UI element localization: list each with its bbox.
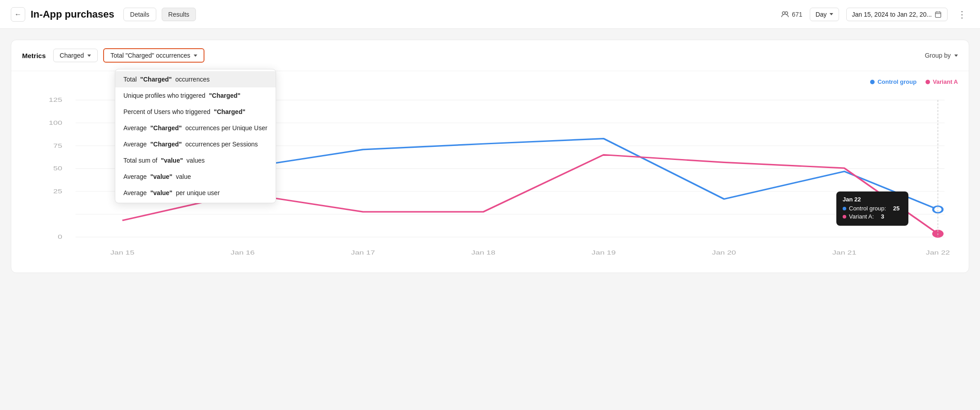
svg-text:Jan 15: Jan 15 xyxy=(110,250,134,256)
charged-label: Charged xyxy=(60,52,84,59)
svg-point-0 xyxy=(782,12,785,14)
back-button[interactable]: ← xyxy=(11,7,25,22)
metric-selected-label: Total "Charged" occurrences xyxy=(110,52,190,59)
metrics-header: Metrics Charged Total "Charged" occurren… xyxy=(11,40,969,71)
dropdown-item-1[interactable]: Unique profiles who triggered "Charged" xyxy=(115,87,276,104)
group-by-control[interactable]: Group by xyxy=(925,52,958,59)
metric-selected-button[interactable]: Total "Charged" occurrences xyxy=(103,48,204,63)
main-content: Metrics Charged Total "Charged" occurren… xyxy=(0,29,980,284)
dropdown-item-0-label: Total "Charged" occurrences xyxy=(123,76,209,83)
details-button[interactable]: Details xyxy=(123,8,156,21)
metric-caret-icon xyxy=(194,55,197,57)
dropdown-item-4[interactable]: Average "Charged" occurrences per Sessio… xyxy=(115,136,276,152)
top-bar-right: 671 Day Jan 15, 2024 to Jan 22, 20... ⋮ xyxy=(781,7,969,22)
svg-text:25: 25 xyxy=(53,188,62,195)
dropdown-item-1-label: Unique profiles who triggered "Charged" xyxy=(123,92,240,99)
svg-text:Jan 17: Jan 17 xyxy=(351,250,375,256)
charged-button[interactable]: Charged xyxy=(53,49,98,62)
dropdown-item-6-label: Average "value" value xyxy=(123,173,191,180)
top-bar: ← In-App purchases Details Results 671 D… xyxy=(0,0,980,29)
more-icon: ⋮ xyxy=(957,9,966,20)
group-by-label: Group by xyxy=(925,52,951,59)
legend-control-group: Control group xyxy=(870,78,916,85)
svg-text:75: 75 xyxy=(53,142,62,149)
legend-variant-a: Variant A xyxy=(926,78,958,85)
chart-card: Metrics Charged Total "Charged" occurren… xyxy=(11,40,969,273)
dropdown-item-2[interactable]: Percent of Users who triggered "Charged" xyxy=(115,104,276,120)
svg-text:Jan 22: Jan 22 xyxy=(926,250,950,256)
dropdown-item-2-label: Percent of Users who triggered "Charged" xyxy=(123,108,245,115)
date-range-value: Jan 15, 2024 to Jan 22, 20... xyxy=(852,11,932,18)
day-selector[interactable]: Day xyxy=(810,8,839,21)
users-count-value: 671 xyxy=(792,11,802,18)
results-button[interactable]: Results xyxy=(162,8,196,21)
users-icon xyxy=(781,10,789,18)
svg-rect-2 xyxy=(935,12,941,17)
svg-text:125: 125 xyxy=(49,97,62,103)
back-icon: ← xyxy=(14,10,22,18)
dropdown-item-5[interactable]: Total sum of "value" values xyxy=(115,152,276,169)
dropdown-item-5-label: Total sum of "value" values xyxy=(123,157,205,164)
svg-text:Jan 21: Jan 21 xyxy=(832,250,856,256)
dropdown-item-0[interactable]: Total "Charged" occurrences xyxy=(115,71,276,87)
calendar-icon xyxy=(935,11,942,18)
day-caret-icon xyxy=(830,13,833,15)
svg-text:Jan 20: Jan 20 xyxy=(712,250,736,256)
group-by-caret-icon xyxy=(954,55,958,57)
svg-text:Jan 16: Jan 16 xyxy=(231,250,254,256)
svg-text:Jan 19: Jan 19 xyxy=(592,250,616,256)
svg-text:100: 100 xyxy=(49,120,62,126)
legend-dot-blue xyxy=(870,80,875,84)
legend-variant-a-label: Variant A xyxy=(933,78,958,85)
svg-text:50: 50 xyxy=(53,165,62,172)
svg-text:Jan 18: Jan 18 xyxy=(471,250,495,256)
more-options-button[interactable]: ⋮ xyxy=(955,7,969,22)
svg-point-1 xyxy=(785,12,788,14)
users-count: 671 xyxy=(781,10,802,18)
dropdown-item-7-label: Average "value" per unique user xyxy=(123,189,220,196)
dropdown-item-7[interactable]: Average "value" per unique user xyxy=(115,185,276,201)
page-title: In-App purchases xyxy=(31,9,114,20)
metrics-label: Metrics xyxy=(22,52,46,59)
metric-dropdown: Total "Charged" occurrences Unique profi… xyxy=(115,69,276,203)
legend-dot-pink xyxy=(926,80,930,84)
dropdown-item-3[interactable]: Average "Charged" occurrences per Unique… xyxy=(115,120,276,136)
dropdown-item-6[interactable]: Average "value" value xyxy=(115,169,276,185)
date-range-picker[interactable]: Jan 15, 2024 to Jan 22, 20... xyxy=(846,8,948,21)
dropdown-item-3-label: Average "Charged" occurrences per Unique… xyxy=(123,124,268,132)
svg-text:0: 0 xyxy=(58,234,62,240)
legend-control-group-label: Control group xyxy=(877,78,916,85)
day-label: Day xyxy=(816,11,827,18)
dropdown-item-4-label: Average "Charged" occurrences per Sessio… xyxy=(123,141,258,148)
charged-caret-icon xyxy=(87,55,91,57)
